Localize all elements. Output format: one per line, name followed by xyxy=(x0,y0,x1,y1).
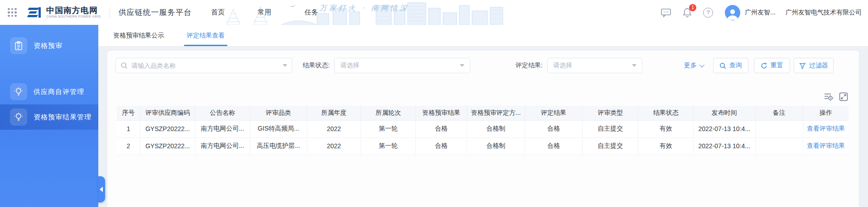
results-table-wrap: 序号 评审供应商编码 公告名称 评审品类 所属年度 所属轮次 资格预审结果 资格… xyxy=(117,106,849,155)
category-search-input[interactable] xyxy=(131,62,283,69)
nav-item-common[interactable]: 常用 xyxy=(258,8,271,17)
sidebar-collapse-handle[interactable] xyxy=(98,176,105,202)
clipboard-icon xyxy=(10,37,27,54)
cell-review-type: 自主提交 xyxy=(582,120,638,137)
tab-bar: 资格预审结果公示 评定结果查看 xyxy=(98,25,868,47)
cell-remark xyxy=(755,137,803,155)
content-card: 结果状态: 请选择 评定结果: 请选择 更多 xyxy=(107,51,859,207)
cell-review-category: 高压电缆护层... xyxy=(250,137,307,155)
platform-title: 供应链统一服务平台 xyxy=(118,7,192,18)
cell-year: 2022 xyxy=(307,120,361,137)
table-tools xyxy=(107,92,848,101)
top-header: 中国南方电网 CHINA SOUTHERN POWER GRID 供应链统一服务… xyxy=(0,0,868,25)
tab-label: 评定结果查看 xyxy=(187,32,225,40)
fullscreen-icon[interactable] xyxy=(839,92,848,101)
sidebar-item-supplier-self-eval[interactable]: 供应商自评管理 xyxy=(0,79,98,104)
cell-result-status: 有效 xyxy=(638,137,694,155)
header-actions: 1 ? 广州友智... 广州友智电气技术有限公司 xyxy=(650,5,862,20)
table-body: 1 GYSZP20222... 南方电网公司... GIS特高频局... 202… xyxy=(117,120,849,155)
col-supplier-code: 评审供应商编码 xyxy=(140,106,195,120)
nav-item-tasks[interactable]: 任务 xyxy=(304,8,318,17)
brand-name: 中国南方电网 xyxy=(46,6,101,14)
evaluation-result-label: 评定结果: xyxy=(516,61,543,70)
view-review-result-link[interactable]: 查看评审结果 xyxy=(807,125,845,132)
brand-subtitle: CHINA SOUTHERN POWER GRID xyxy=(46,14,101,19)
message-icon[interactable] xyxy=(661,8,671,18)
cell-prequal-method: 合格制 xyxy=(467,137,525,155)
cell-seq: 2 xyxy=(117,137,140,155)
column-settings-icon[interactable] xyxy=(824,92,834,101)
refresh-icon xyxy=(761,62,767,69)
col-remark: 备注 xyxy=(755,106,803,120)
col-result-status: 结果状态 xyxy=(638,106,694,120)
cell-publish-time: 2022-07-13 10:4... xyxy=(693,137,755,155)
user-name[interactable]: 广州友智... xyxy=(745,9,776,17)
tab-prequal-result-publicity[interactable]: 资格预审结果公示 xyxy=(113,25,164,46)
query-button[interactable]: 查询 xyxy=(713,58,748,73)
cell-action: 查看评审结果 xyxy=(803,120,849,137)
cell-round: 第一轮 xyxy=(361,137,416,155)
cell-notice-name: 南方电网公司... xyxy=(195,137,250,155)
sidebar-item-prequal-result-mgmt[interactable]: 资格预审结果管理 xyxy=(0,104,98,130)
table-header: 序号 评审供应商编码 公告名称 评审品类 所属年度 所属轮次 资格预审结果 资格… xyxy=(117,106,849,120)
sidebar-item-label: 供应商自评管理 xyxy=(34,88,84,96)
table-header-row: 序号 评审供应商编码 公告名称 评审品类 所属年度 所属轮次 资格预审结果 资格… xyxy=(117,106,849,120)
cell-review-type: 自主提交 xyxy=(582,137,638,155)
header-divider xyxy=(110,7,110,18)
view-review-result-link[interactable]: 查看评审结果 xyxy=(807,142,845,149)
chevron-down-icon xyxy=(460,64,464,67)
sidebar-item-prequalification[interactable]: 资格预审 xyxy=(0,33,98,58)
header-nav: 首页 常用 任务 xyxy=(211,8,351,17)
bulb-icon xyxy=(10,108,27,126)
result-status-label: 结果状态: xyxy=(303,61,330,70)
cell-prequal-result: 合格 xyxy=(416,137,467,155)
notification-bell-icon[interactable]: 1 xyxy=(682,7,692,18)
sidebar: 资格预审 供应商自评管理 资格预审结果管理 xyxy=(0,25,98,207)
search-icon xyxy=(719,62,726,69)
cell-seq: 1 xyxy=(117,120,140,137)
more-label: 更多 xyxy=(684,61,697,70)
brand-text: 中国南方电网 CHINA SOUTHERN POWER GRID xyxy=(46,6,101,19)
filter-button-label: 过滤器 xyxy=(809,61,828,70)
col-review-category: 评审品类 xyxy=(250,106,307,120)
query-button-label: 查询 xyxy=(729,61,742,70)
nav-item-home[interactable]: 首页 xyxy=(211,8,225,17)
reset-button[interactable]: 重置 xyxy=(754,58,790,73)
result-status-select[interactable]: 请选择 xyxy=(334,58,470,73)
results-table: 序号 评审供应商编码 公告名称 评审品类 所属年度 所属轮次 资格预审结果 资格… xyxy=(117,106,849,155)
cell-prequal-method: 合格制 xyxy=(467,120,525,137)
chevron-down-icon xyxy=(632,64,637,67)
sidebar-item-label: 资格预审 xyxy=(34,42,63,50)
main-area: 资格预审 供应商自评管理 资格预审结果管理 xyxy=(0,25,868,207)
app-grid-menu-icon[interactable] xyxy=(6,7,18,19)
col-year: 所属年度 xyxy=(307,106,361,120)
cell-prequal-result: 合格 xyxy=(416,120,467,137)
evaluation-result-select[interactable]: 请选择 xyxy=(547,58,642,73)
sidebar-item-label: 资格预审结果管理 xyxy=(34,113,92,122)
category-search-select[interactable] xyxy=(116,58,292,73)
select-placeholder: 请选择 xyxy=(340,61,359,70)
col-publish-time: 发布时间 xyxy=(693,106,755,120)
content-area: 资格预审结果公示 评定结果查看 xyxy=(98,25,868,207)
reset-button-label: 重置 xyxy=(771,61,783,70)
help-icon[interactable]: ? xyxy=(703,8,713,18)
notification-badge: 1 xyxy=(689,4,696,11)
col-prequal-result: 资格预审结果 xyxy=(416,106,467,120)
cell-round: 第一轮 xyxy=(361,120,416,137)
cell-review-category: GIS特高频局... xyxy=(250,120,307,137)
search-icon xyxy=(121,62,128,69)
user-avatar[interactable] xyxy=(725,5,740,20)
cell-eval-result: 合格 xyxy=(525,137,583,155)
col-round: 所属轮次 xyxy=(361,106,416,120)
cell-supplier-code: GYSZP20222... xyxy=(140,120,195,137)
csg-logo-icon xyxy=(27,5,43,20)
tab-evaluation-result-view[interactable]: 评定结果查看 xyxy=(187,25,225,46)
bulb-icon xyxy=(10,83,27,100)
col-eval-result: 评定结果 xyxy=(525,106,583,120)
cell-eval-result: 合格 xyxy=(525,120,583,137)
chevron-down-icon xyxy=(283,64,287,67)
cell-result-status: 有效 xyxy=(638,120,694,137)
chevron-down-icon xyxy=(699,62,704,67)
more-filters-link[interactable]: 更多 xyxy=(684,61,703,70)
filter-button[interactable]: 过滤器 xyxy=(794,58,834,73)
